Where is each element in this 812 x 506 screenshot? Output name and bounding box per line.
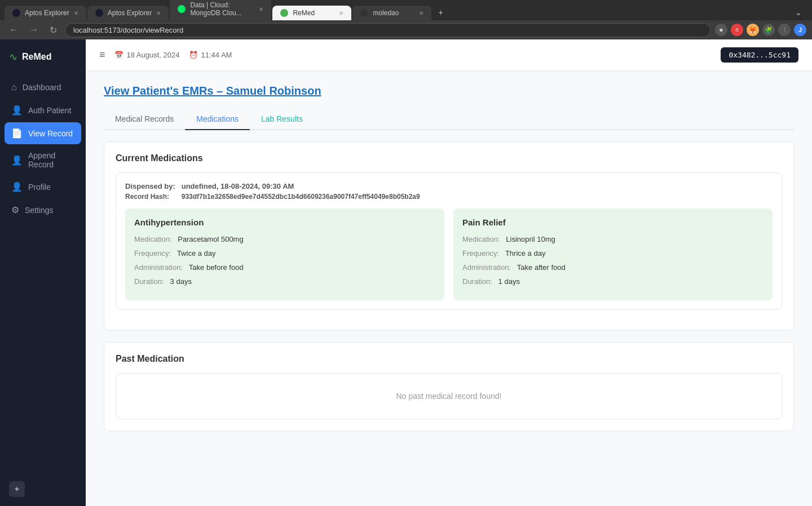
tab-mongo[interactable]: Data | Cloud: MongoDB Clou... ✕ xyxy=(170,0,271,20)
med-field-medication-2: Medication: Lisinopril 10mg xyxy=(462,235,764,243)
sidebar-label-view-record: View Record xyxy=(28,129,73,138)
sidebar-item-auth-patient[interactable]: 👤 Auth Patient xyxy=(5,99,81,121)
tab-favicon-remed xyxy=(280,9,288,17)
record-hash-label: Record Hash: xyxy=(125,193,169,201)
ext-icon-1[interactable]: S xyxy=(731,24,743,36)
main-content: ≡ 📅 18 August, 2024 ⏰ 11:44 AM 0x3482...… xyxy=(86,39,812,506)
browser-toolbar: ← → ↻ ★ S 🦊 🧩 ⋮ J xyxy=(0,20,812,39)
tab-medical-records[interactable]: Medical Records xyxy=(104,109,185,130)
med-field-administration-2: Administration: Take after food xyxy=(462,263,764,272)
reload-button[interactable]: ↻ xyxy=(46,23,60,38)
forward-button[interactable]: → xyxy=(26,23,42,37)
med-value-medication-2: Lisinopril 10mg xyxy=(506,235,555,243)
append-record-icon: 👤 xyxy=(11,155,23,166)
past-medication-section: Past Medication No past medical record f… xyxy=(104,342,794,431)
med-field-frequency-2: Frequency: Thrice a day xyxy=(462,249,764,258)
tab-close-aptos2[interactable]: ✕ xyxy=(156,10,161,16)
med-label-administration-1: Administration: xyxy=(134,263,183,272)
tab-label-aptos2: Aptos Explorer xyxy=(108,9,152,17)
profile-icon[interactable]: J xyxy=(794,24,806,36)
ext-icon-3[interactable]: 🧩 xyxy=(762,24,775,36)
tab-label-remed: ReMed xyxy=(293,9,315,17)
record-card: Dispensed by: undefined, 18-08-2024, 09:… xyxy=(116,172,782,310)
bookmark-icon[interactable]: ★ xyxy=(715,24,727,36)
home-icon: ⌂ xyxy=(11,82,17,92)
sidebar-item-dashboard[interactable]: ⌂ Dashboard xyxy=(5,77,81,98)
sidebar-logo: ∿ ReMed xyxy=(0,39,86,77)
past-medication-title: Past Medication xyxy=(116,354,782,364)
tab-aptos-2[interactable]: Aptos Explorer ✕ xyxy=(87,6,169,20)
menu-icon[interactable]: ≡ xyxy=(99,49,105,61)
profile-nav-icon: 👤 xyxy=(11,181,23,192)
tab-favicon-aptos1 xyxy=(12,9,20,17)
wallet-badge: 0x3482...5cc91 xyxy=(721,47,798,63)
logo-text: ReMed xyxy=(22,52,51,62)
dispensed-by-value: undefined, 18-08-2024, 09:30 AM xyxy=(182,182,294,190)
page-tabs: Medical Records Medications Lab Results xyxy=(104,109,794,130)
topbar-right: 0x3482...5cc91 xyxy=(721,47,798,63)
sidebar-item-append-record[interactable]: 👤 Append Record xyxy=(5,145,81,175)
med-field-duration-2: Duration: 1 days xyxy=(462,277,764,286)
tab-aptos-1[interactable]: Aptos Explorer ✕ xyxy=(5,6,86,20)
back-button[interactable]: ← xyxy=(6,23,21,37)
calendar-icon: 📅 xyxy=(114,51,123,59)
ext-icon-4[interactable]: ⋮ xyxy=(778,24,791,36)
ext-icon-2[interactable]: 🦊 xyxy=(747,24,759,36)
page-content: View Patient's EMRs – Samuel Robinson Me… xyxy=(86,71,812,506)
tab-close-remed[interactable]: ✕ xyxy=(339,10,343,16)
more-tabs-button[interactable]: ⌄ xyxy=(789,5,807,20)
page-title[interactable]: View Patient's EMRs – Samuel Robinson xyxy=(104,85,794,97)
theme-toggle-button[interactable]: ✦ xyxy=(9,481,25,497)
address-bar[interactable] xyxy=(65,23,710,37)
med-label-frequency-1: Frequency: xyxy=(134,249,171,258)
sidebar-item-profile[interactable]: 👤 Profile xyxy=(5,176,81,198)
current-medications-section: Current Medications Dispensed by: undefi… xyxy=(104,141,794,331)
sidebar-label-auth-patient: Auth Patient xyxy=(28,106,71,115)
browser-chrome: Aptos Explorer ✕ Aptos Explorer ✕ Data |… xyxy=(0,0,812,39)
med-label-medication-1: Medication: xyxy=(134,235,171,243)
med-title-antihypertension: Antihypertension xyxy=(134,218,435,227)
med-field-administration-1: Administration: Take before food xyxy=(134,263,435,272)
sidebar-label-dashboard: Dashboard xyxy=(23,83,61,92)
tab-lab-results[interactable]: Lab Results xyxy=(250,109,314,130)
sidebar-label-profile: Profile xyxy=(28,183,51,192)
sidebar-label-append-record: Append Record xyxy=(28,151,74,169)
med-value-medication-1: Paracetamol 500mg xyxy=(178,235,243,243)
app-layout: ∿ ReMed ⌂ Dashboard 👤 Auth Patient 📄 Vie… xyxy=(0,39,812,506)
sidebar-item-view-record[interactable]: 📄 View Record xyxy=(5,122,81,144)
time-text: 11:44 AM xyxy=(201,51,232,59)
med-value-duration-2: 1 days xyxy=(498,277,520,286)
tab-label-aptos1: Aptos Explorer xyxy=(25,9,69,17)
date-text: 18 August, 2024 xyxy=(127,51,180,59)
med-label-administration-2: Administration: xyxy=(462,263,511,272)
tab-remed[interactable]: ReMed ✕ xyxy=(272,6,351,20)
auth-patient-icon: 👤 xyxy=(11,105,23,116)
topbar-time: ⏰ 11:44 AM xyxy=(189,51,232,59)
med-field-medication-1: Medication: Paracetamol 500mg xyxy=(134,235,435,243)
tab-close-aptos1[interactable]: ✕ xyxy=(74,10,78,16)
sidebar: ∿ ReMed ⌂ Dashboard 👤 Auth Patient 📄 Vie… xyxy=(0,39,86,506)
record-hash-value: 933df7b1e32658ed9ee7d4552dbc1b4d6609236a… xyxy=(182,193,420,201)
clock-icon: ⏰ xyxy=(189,51,198,59)
med-label-duration-2: Duration: xyxy=(462,277,492,286)
med-label-frequency-2: Frequency: xyxy=(462,249,499,258)
tab-medications[interactable]: Medications xyxy=(185,109,250,130)
med-value-duration-1: 3 days xyxy=(170,277,192,286)
tab-moledao[interactable]: moledao ✕ xyxy=(352,6,431,20)
tab-close-mongo[interactable]: ✕ xyxy=(259,6,263,12)
med-field-frequency-1: Frequency: Twice a day xyxy=(134,249,435,258)
tab-favicon-aptos2 xyxy=(95,9,103,17)
tab-close-moledao[interactable]: ✕ xyxy=(419,10,423,16)
tab-favicon-moledao xyxy=(360,9,368,17)
tab-favicon-mongo xyxy=(178,5,186,13)
sidebar-item-settings[interactable]: ⚙ Settings xyxy=(5,199,81,221)
new-tab-button[interactable]: + xyxy=(433,5,448,20)
topbar-date: 📅 18 August, 2024 xyxy=(114,51,180,59)
sidebar-nav: ⌂ Dashboard 👤 Auth Patient 📄 View Record… xyxy=(0,77,86,472)
tab-label-moledao: moledao xyxy=(373,9,399,17)
logo-icon: ∿ xyxy=(9,51,17,63)
settings-icon: ⚙ xyxy=(11,205,19,215)
dispensed-by: Dispensed by: undefined, 18-08-2024, 09:… xyxy=(125,182,773,190)
theme-icon: ✦ xyxy=(14,485,20,494)
medications-grid: Antihypertension Medication: Paracetamol… xyxy=(125,208,773,300)
